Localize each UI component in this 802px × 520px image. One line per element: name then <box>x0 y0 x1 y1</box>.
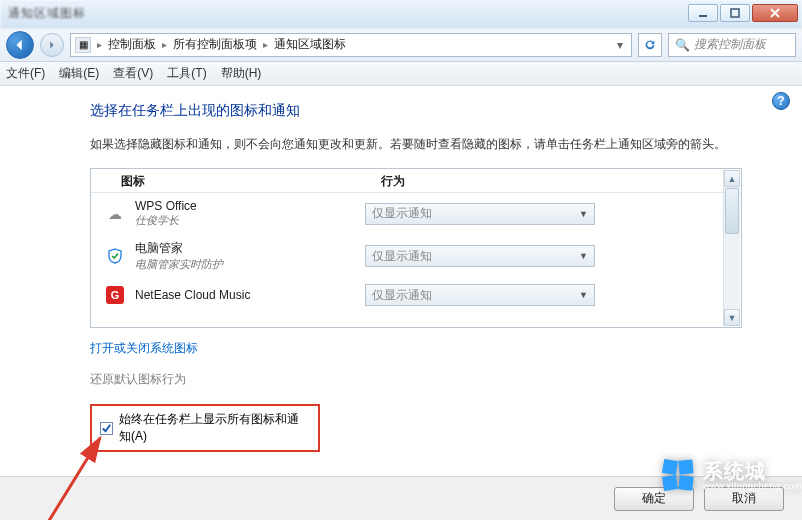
app-name: WPS Office <box>135 199 365 213</box>
column-header-icon: 图标 <box>121 173 381 188</box>
watermark-url: www.xitongcheng.com <box>703 482 802 492</box>
chevron-right-icon: ▸ <box>263 39 268 50</box>
breadcrumb-seg[interactable]: 所有控制面板项 <box>173 36 257 53</box>
page-heading: 选择在任务栏上出现的图标和通知 <box>90 102 742 120</box>
breadcrumb-dropdown-icon[interactable]: ▾ <box>613 38 627 52</box>
menu-file[interactable]: 文件(F) <box>6 65 45 82</box>
minimize-button[interactable] <box>688 4 718 22</box>
select-value: 仅显示通知 <box>372 248 432 265</box>
refresh-button[interactable] <box>638 33 662 57</box>
scroll-track[interactable] <box>724 235 740 309</box>
list-item: G NetEase Cloud Music 仅显示通知 ▼ <box>105 278 719 312</box>
svg-rect-6 <box>678 475 693 490</box>
shield-icon <box>105 246 125 266</box>
list-item: 电脑管家 电脑管家实时防护 仅显示通知 ▼ <box>105 234 719 278</box>
select-value: 仅显示通知 <box>372 205 432 222</box>
svg-rect-0 <box>699 15 707 17</box>
chevron-down-icon: ▼ <box>579 209 588 219</box>
chevron-right-icon: ▸ <box>162 39 167 50</box>
nav-forward-button[interactable] <box>40 33 64 57</box>
scroll-down-icon[interactable]: ▼ <box>724 309 740 326</box>
behavior-select[interactable]: 仅显示通知 ▼ <box>365 245 595 267</box>
menu-help[interactable]: 帮助(H) <box>221 65 262 82</box>
breadcrumb-seg[interactable]: 通知区域图标 <box>274 36 346 53</box>
address-breadcrumb[interactable]: ▦ ▸ 控制面板 ▸ 所有控制面板项 ▸ 通知区域图标 ▾ <box>70 33 632 57</box>
link-restore-defaults[interactable]: 还原默认图标行为 <box>90 371 186 388</box>
scrollbar[interactable]: ▲ ▼ <box>723 170 740 326</box>
close-button[interactable] <box>752 4 798 22</box>
scroll-up-icon[interactable]: ▲ <box>724 170 740 187</box>
menu-view[interactable]: 查看(V) <box>113 65 153 82</box>
app-name: 电脑管家 <box>135 240 365 257</box>
help-icon[interactable]: ? <box>772 92 790 110</box>
svg-rect-3 <box>662 459 678 475</box>
list-item: ☁ WPS Office 仕俊学长 仅显示通知 ▼ <box>105 193 719 234</box>
search-placeholder: 搜索控制面板 <box>694 36 766 53</box>
behavior-select[interactable]: 仅显示通知 ▼ <box>365 284 595 306</box>
netease-icon: G <box>105 285 125 305</box>
behavior-select[interactable]: 仅显示通知 ▼ <box>365 203 595 225</box>
chevron-down-icon: ▼ <box>579 251 588 261</box>
link-system-icons[interactable]: 打开或关闭系统图标 <box>90 340 198 357</box>
window-title: 通知区域图标 <box>8 5 86 22</box>
wps-icon: ☁ <box>105 204 125 224</box>
nav-back-button[interactable] <box>6 31 34 59</box>
app-subtitle: 仕俊学长 <box>135 213 365 228</box>
location-icon: ▦ <box>75 37 91 53</box>
search-input[interactable]: 🔍 搜索控制面板 <box>668 33 796 57</box>
window-titlebar: 通知区域图标 <box>0 0 802 28</box>
icons-listbox: 图标 行为 ☁ WPS Office 仕俊学长 仅显示通知 ▼ <box>90 168 742 328</box>
column-header-behavior: 行为 <box>381 173 731 188</box>
page-description: 如果选择隐藏图标和通知，则不会向您通知更改和更新。若要随时查看隐藏的图标，请单击… <box>90 134 742 154</box>
select-value: 仅显示通知 <box>372 287 432 304</box>
checkbox-icon[interactable] <box>100 422 113 435</box>
menu-bar: 文件(F) 编辑(E) 查看(V) 工具(T) 帮助(H) <box>0 62 802 86</box>
menu-edit[interactable]: 编辑(E) <box>59 65 99 82</box>
app-subtitle: 电脑管家实时防护 <box>135 257 365 272</box>
list-header: 图标 行为 <box>91 169 741 193</box>
watermark-logo-icon <box>657 454 701 498</box>
menu-tools[interactable]: 工具(T) <box>167 65 206 82</box>
svg-rect-4 <box>678 459 693 474</box>
always-show-checkbox-row[interactable]: 始终在任务栏上显示所有图标和通知(A) <box>90 404 320 452</box>
svg-rect-1 <box>731 9 739 17</box>
chevron-right-icon: ▸ <box>97 39 102 50</box>
breadcrumb-seg[interactable]: 控制面板 <box>108 36 156 53</box>
watermark-brand: 系统城 <box>703 460 802 482</box>
watermark: 系统城 www.xitongcheng.com <box>657 454 802 498</box>
search-icon: 🔍 <box>675 38 690 52</box>
chevron-down-icon: ▼ <box>579 290 588 300</box>
navigation-bar: ▦ ▸ 控制面板 ▸ 所有控制面板项 ▸ 通知区域图标 ▾ 🔍 搜索控制面板 <box>0 28 802 62</box>
app-name: NetEase Cloud Music <box>135 288 365 302</box>
scroll-thumb[interactable] <box>725 188 739 234</box>
checkbox-label: 始终在任务栏上显示所有图标和通知(A) <box>119 411 310 445</box>
maximize-button[interactable] <box>720 4 750 22</box>
svg-rect-5 <box>662 475 678 491</box>
